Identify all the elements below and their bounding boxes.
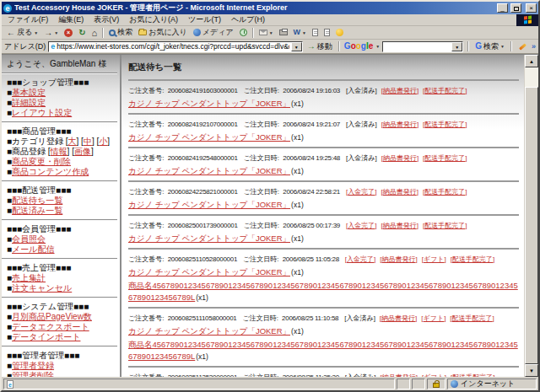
sidebar-link[interactable]: データエクスポート bbox=[12, 322, 89, 331]
order-action-link[interactable]: 配送手配完了 bbox=[424, 121, 465, 128]
order-action-link[interactable]: 納品書発行 bbox=[383, 121, 417, 128]
home-button[interactable]: ⌂ bbox=[89, 27, 100, 39]
order-action[interactable]: [配送手配完了] bbox=[423, 87, 467, 94]
product-link[interactable]: カジノ チップ ペンダントトップ「JOKER」 bbox=[128, 200, 290, 209]
payment-status[interactable]: [入金完了] bbox=[346, 188, 376, 196]
payment-status-text[interactable]: 入金完了 bbox=[348, 222, 375, 229]
product-link[interactable]: 商品名4567890123456789012345678901234567890… bbox=[128, 340, 518, 361]
menu-item[interactable]: ファイル(F) bbox=[3, 15, 53, 24]
highlight-button[interactable] bbox=[516, 40, 529, 52]
sidebar-link[interactable]: メール配信 bbox=[12, 244, 54, 254]
sidebar-link[interactable]: 大 bbox=[68, 137, 77, 146]
sidebar-link[interactable]: 配送済み一覧 bbox=[12, 206, 62, 215]
menu-item[interactable]: 表示(V) bbox=[89, 15, 124, 24]
sidebar-link[interactable]: 商品コンテンツ作成 bbox=[12, 167, 89, 176]
sidebar-link[interactable]: 注文キャンセル bbox=[12, 283, 72, 293]
edit-dropdown-icon[interactable]: ▼ bbox=[302, 30, 306, 35]
menu-item[interactable]: お気に入り(A) bbox=[124, 15, 183, 24]
stop-button[interactable]: × bbox=[62, 27, 75, 39]
order-action[interactable]: [納品書発行] bbox=[381, 87, 418, 94]
vertical-scrollbar[interactable]: ▲ ▼ bbox=[524, 55, 538, 377]
sidebar-link[interactable]: 売上集計 bbox=[12, 273, 46, 282]
order-action[interactable]: [納品書発行] bbox=[381, 188, 418, 196]
search-button[interactable]: 検索 bbox=[106, 27, 135, 39]
toolbar-overflow-chevron[interactable]: » bbox=[532, 42, 536, 51]
order-action[interactable]: [配送手配完了] bbox=[423, 121, 467, 128]
order-action-link[interactable]: 納品書発行 bbox=[382, 255, 416, 263]
back-button[interactable]: ← 戻る ▼ bbox=[4, 27, 40, 39]
product-link[interactable]: カジノ チップ ペンダントトップ「JOKER」 bbox=[128, 326, 290, 336]
print-button[interactable] bbox=[277, 27, 290, 39]
order-action-link[interactable]: 納品書発行 bbox=[383, 222, 417, 229]
sidebar-link[interactable]: 小 bbox=[99, 137, 107, 146]
menu-item[interactable]: ヘルプ(H) bbox=[226, 15, 270, 24]
sidebar-link[interactable]: 会員照会 bbox=[12, 234, 46, 244]
sidebar-link[interactable]: 画像 bbox=[74, 147, 91, 156]
sidebar-link[interactable]: 詳細設定 bbox=[12, 98, 46, 107]
address-dropdown-button[interactable]: ▼ bbox=[291, 42, 302, 51]
scroll-down-button[interactable]: ▼ bbox=[525, 364, 538, 377]
history-button[interactable] bbox=[237, 27, 250, 39]
discuss-button[interactable] bbox=[310, 27, 321, 39]
google-search-input[interactable] bbox=[383, 42, 451, 51]
order-action-link[interactable]: 配送手配完了 bbox=[424, 87, 465, 94]
scroll-up-button[interactable]: ▲ bbox=[525, 55, 538, 67]
google-search-button[interactable]: G 検索 ▼ bbox=[473, 41, 506, 52]
scrollbar-thumb[interactable] bbox=[525, 87, 538, 364]
go-button[interactable]: → 移動 bbox=[305, 41, 334, 52]
sidebar-link[interactable]: 基本設定 bbox=[12, 88, 46, 97]
order-action-link[interactable]: 配送手配完了 bbox=[424, 222, 465, 229]
sidebar-link[interactable]: 中 bbox=[84, 137, 92, 146]
forward-button[interactable]: → ▼ bbox=[41, 27, 61, 39]
order-action[interactable]: [納品書発行] bbox=[381, 154, 418, 162]
payment-status[interactable]: [入金完了] bbox=[346, 222, 376, 229]
google-search-dropdown-button[interactable]: ▼ bbox=[451, 42, 462, 51]
product-link[interactable]: カジノ チップ ペンダントトップ「JOKER」 bbox=[128, 234, 290, 243]
order-action-link[interactable]: 配送手配完了 bbox=[424, 154, 465, 162]
messenger-button[interactable] bbox=[333, 27, 346, 39]
forward-dropdown-icon[interactable]: ▼ bbox=[54, 30, 58, 35]
order-action-link[interactable]: 配送手配完了 bbox=[452, 314, 493, 322]
product-link[interactable]: カジノ チップ ペンダントトップ「JOKER」 bbox=[128, 267, 290, 277]
order-action[interactable]: [ギフト] bbox=[422, 255, 446, 263]
back-dropdown-icon[interactable]: ▼ bbox=[34, 30, 38, 35]
restore-button[interactable] bbox=[510, 3, 521, 13]
order-action-link[interactable]: 納品書発行 bbox=[383, 87, 417, 94]
order-action-link[interactable]: ギフト bbox=[424, 314, 445, 322]
product-link[interactable]: 商品名4567890123456789012345678901234567890… bbox=[128, 281, 518, 302]
favorites-button[interactable]: お気に入り bbox=[136, 27, 190, 39]
menu-item[interactable]: 編集(E) bbox=[53, 15, 89, 24]
order-action[interactable]: [納品書発行] bbox=[380, 255, 417, 263]
order-action[interactable]: [配送手配完了] bbox=[450, 314, 494, 322]
product-link[interactable]: カジノ チップ ペンダントトップ「JOKER」 bbox=[128, 99, 290, 108]
sidebar-link[interactable]: 配送待ち一覧 bbox=[12, 196, 62, 205]
order-action[interactable]: [配送手配完了] bbox=[423, 222, 467, 229]
address-input[interactable] bbox=[57, 42, 289, 51]
product-link[interactable]: カジノ チップ ペンダントトップ「JOKER」 bbox=[128, 166, 290, 175]
sidebar-link[interactable]: 情報 bbox=[51, 147, 68, 156]
mail-button[interactable]: ▼ bbox=[256, 27, 276, 39]
media-button[interactable]: メディア bbox=[191, 27, 236, 39]
payment-status[interactable]: [入金完了] bbox=[345, 255, 375, 263]
order-action[interactable]: [配送手配完了] bbox=[451, 255, 494, 263]
order-action[interactable]: [納品書発行] bbox=[380, 314, 417, 322]
order-action-link[interactable]: 配送手配完了 bbox=[424, 188, 465, 196]
sidebar-link[interactable]: 月別商品PageView数 bbox=[12, 312, 92, 321]
minimize-button[interactable]: _ bbox=[497, 3, 508, 13]
order-action[interactable]: [ギフト] bbox=[421, 314, 446, 322]
product-link[interactable]: カジノ チップ ペンダントトップ「JOKER」 bbox=[128, 132, 290, 142]
order-action-link[interactable]: 納品書発行 bbox=[381, 314, 415, 322]
google-search-button-dropdown-icon[interactable]: ▼ bbox=[500, 44, 505, 49]
close-button[interactable]: × bbox=[526, 3, 537, 13]
sidebar-link[interactable]: 管理者削除 bbox=[12, 371, 54, 377]
payment-status-text[interactable]: 入金完了 bbox=[347, 255, 374, 263]
order-action[interactable]: [納品書発行] bbox=[381, 222, 418, 229]
sidebar-link[interactable]: 商品変更・削除 bbox=[12, 157, 71, 166]
research-button[interactable] bbox=[321, 27, 332, 39]
order-action[interactable]: [配送手配完了] bbox=[423, 154, 467, 162]
order-action[interactable]: [配送手配完了] bbox=[423, 188, 467, 196]
title-bar[interactable]: e Test Accessory House JOKER - 管理者用ページ -… bbox=[2, 2, 538, 14]
order-action-link[interactable]: ギフト bbox=[424, 255, 445, 263]
payment-status-text[interactable]: 入金完了 bbox=[348, 188, 375, 196]
google-logo-dropdown-icon[interactable]: ▼ bbox=[375, 44, 380, 49]
